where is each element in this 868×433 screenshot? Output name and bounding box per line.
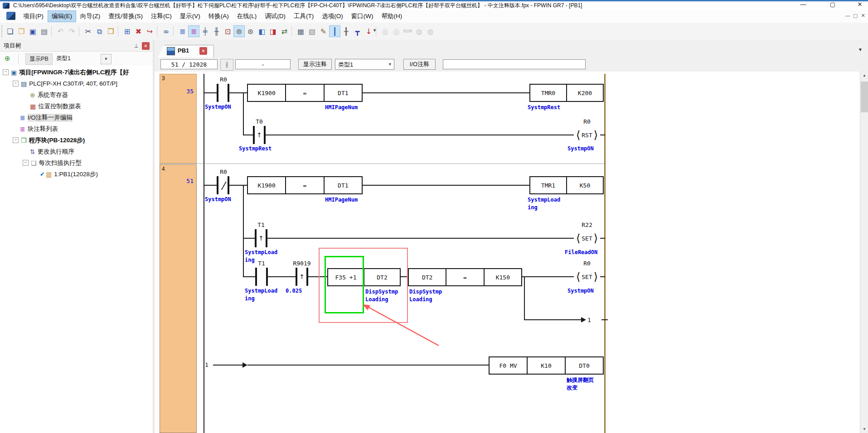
show-pb-button[interactable]: 显示PB bbox=[25, 53, 53, 65]
t-line-icon[interactable]: ┳ bbox=[352, 25, 363, 37]
menu-item-1[interactable]: 编辑(E) bbox=[48, 10, 76, 22]
tree-item-8[interactable]: −❏每次扫描执行型 bbox=[0, 157, 153, 168]
rung4-contact-r9019[interactable] bbox=[296, 268, 308, 286]
step-ladder-2-icon[interactable]: ╫ bbox=[211, 25, 222, 37]
scrollbar-thumb[interactable] bbox=[861, 82, 868, 112]
download-plc-icon[interactable]: ◨ bbox=[267, 25, 279, 37]
print-icon[interactable]: ▤ bbox=[39, 25, 50, 37]
redo-icon[interactable]: ↷ bbox=[66, 25, 78, 37]
tree-item-9[interactable]: ✔▥1:PB1(12028步) bbox=[0, 168, 153, 180]
upload-plc-icon[interactable]: ◧ bbox=[256, 25, 267, 37]
tree-item-3[interactable]: ▦位置控制数据表 bbox=[0, 101, 153, 112]
menu-item-5[interactable]: 显示(V) bbox=[176, 10, 204, 22]
tree-expander-icon[interactable]: − bbox=[23, 160, 29, 166]
tree-item-5[interactable]: ≣块注释列表 bbox=[0, 123, 153, 135]
new-file-icon[interactable]: ❏ bbox=[5, 25, 16, 37]
io-comment-button[interactable]: I/O注释 bbox=[403, 59, 436, 70]
rung4-compare2-block[interactable]: DT2 = K150 bbox=[408, 268, 522, 286]
menu-item-4[interactable]: 注释(C) bbox=[147, 10, 176, 22]
monitor-go-1-icon[interactable]: ◍ bbox=[413, 25, 425, 37]
close-button[interactable]: ✕ bbox=[853, 0, 867, 9]
comment-type-dropdown[interactable]: ▼ bbox=[101, 54, 112, 64]
delete-row-icon[interactable]: ✖ bbox=[133, 25, 144, 37]
rung3-contact-t0[interactable] bbox=[253, 126, 266, 144]
tree-item-4[interactable]: ≣I/O注释一并编辑 bbox=[0, 112, 153, 123]
rung3-contact-r0[interactable] bbox=[217, 84, 229, 102]
show-comment-button[interactable]: 显示注释 bbox=[298, 59, 332, 70]
device-monitor-icon[interactable]: ⊛ bbox=[245, 25, 256, 37]
scroll-down-icon[interactable]: ▼ bbox=[860, 425, 868, 433]
monitor-go-2-icon[interactable]: ◍ bbox=[425, 25, 436, 37]
tree-item-7[interactable]: ⇅更改执行顺序 bbox=[0, 146, 153, 157]
menu-item-9[interactable]: 工具(T) bbox=[290, 10, 318, 22]
status-display-icon[interactable]: ⊚ bbox=[233, 25, 245, 37]
vertical-line-icon[interactable]: ┃ bbox=[329, 25, 340, 37]
tree-item-6[interactable]: −❒程序块(PB-12028步) bbox=[0, 135, 153, 146]
rung4-compare-block[interactable]: K1900 = DT1 bbox=[247, 176, 363, 194]
cross-line-icon[interactable]: ╂ bbox=[340, 25, 352, 37]
pin-icon[interactable]: ⊥ bbox=[132, 42, 140, 50]
comment-type-select[interactable]: 类型1 ▼ bbox=[335, 59, 394, 70]
panel-close-button[interactable]: ✕ bbox=[142, 42, 150, 50]
step-ladder-1-icon[interactable]: ╪ bbox=[199, 25, 211, 37]
menu-item-0[interactable]: 项目(P) bbox=[19, 10, 48, 22]
jump-to-icon[interactable]: ↪ bbox=[144, 25, 155, 37]
tree-item-1[interactable]: −▤PLC[FP-XH C30T/P, 40T, 60T/P] bbox=[0, 78, 153, 89]
rung4-set-r0-coil[interactable]: SET bbox=[574, 268, 600, 285]
tree-expander-icon[interactable]: − bbox=[13, 137, 19, 143]
rung3-margin-cell[interactable]: 3 35 bbox=[160, 74, 197, 164]
monitor-toggle-icon[interactable]: ∦ bbox=[220, 59, 233, 71]
tab-close-button[interactable]: ✕ bbox=[199, 47, 207, 55]
find-prev-icon[interactable]: ◎ bbox=[379, 25, 391, 37]
tree-expander-icon[interactable]: − bbox=[13, 81, 19, 87]
mdi-close-icon[interactable]: ✕ bbox=[859, 13, 867, 19]
edit-grid-icon[interactable]: ✎ bbox=[318, 25, 329, 37]
rung4-set-r22-coil[interactable]: SET bbox=[574, 230, 600, 247]
menu-item-6[interactable]: 转换(A) bbox=[204, 10, 233, 22]
find-icon[interactable]: ∞ bbox=[160, 25, 172, 37]
open-folder-icon[interactable]: ❒ bbox=[16, 25, 27, 37]
comment-edit-field[interactable] bbox=[443, 59, 586, 69]
grid-1-icon[interactable]: ▦ bbox=[295, 25, 306, 37]
run-mode-icon[interactable]: RUN bbox=[402, 25, 413, 37]
rung4-move-block[interactable]: F0 MV K10 DT0 bbox=[489, 356, 604, 375]
insert-row-icon[interactable]: ⊞ bbox=[121, 25, 133, 37]
rung4-margin-cell[interactable]: 4 51 bbox=[160, 164, 197, 433]
mdi-restore-icon[interactable]: ▢ bbox=[852, 13, 859, 19]
menu-item-2[interactable]: 向导(Z) bbox=[76, 10, 104, 22]
copy-icon[interactable]: ⧉ bbox=[94, 25, 105, 37]
save-icon[interactable]: ▣ bbox=[27, 25, 39, 37]
comment-list-icon[interactable]: ≣ bbox=[188, 25, 199, 37]
find-next-icon[interactable]: ◎ bbox=[391, 25, 402, 37]
add-item-icon[interactable]: ⊕ bbox=[5, 54, 10, 63]
io-comment-edit-icon[interactable]: ≣ bbox=[177, 25, 188, 37]
undo-icon[interactable]: ↶ bbox=[55, 25, 66, 37]
rung3-timer-block[interactable]: TMR0 K200 bbox=[529, 84, 604, 102]
menu-item-11[interactable]: 窗口(W) bbox=[347, 10, 378, 22]
minimize-button[interactable]: — bbox=[796, 0, 810, 9]
device-value-field[interactable]: - bbox=[235, 59, 291, 69]
tree-item-0[interactable]: −▣项目[FPWINGR-7读出右侧PLC程序【好 bbox=[0, 67, 153, 78]
vertical-scrollbar[interactable]: ▲ ▼ bbox=[860, 72, 868, 433]
rung3-rst-coil[interactable]: RST bbox=[574, 126, 600, 144]
rung4-contact-t1-plain[interactable] bbox=[255, 268, 268, 286]
rung4-timer-block[interactable]: TMR1 K50 bbox=[529, 176, 604, 194]
cut-icon[interactable]: ✂ bbox=[82, 25, 94, 37]
step-position-field[interactable]: 51 / 12028 bbox=[160, 59, 218, 69]
menu-item-3[interactable]: 查找/替换(S) bbox=[104, 10, 147, 22]
verify-icon[interactable]: ⇄ bbox=[279, 25, 290, 37]
monitor-registration-icon[interactable]: ⊡ bbox=[222, 25, 233, 37]
maximize-button[interactable]: ▢ bbox=[826, 0, 839, 9]
menu-item-7[interactable]: 在线(L) bbox=[233, 10, 261, 22]
rung3-compare-block[interactable]: K1900 = DT1 bbox=[247, 84, 363, 102]
tree-item-2[interactable]: ⊛系统寄存器 bbox=[0, 89, 153, 101]
tree-expander-icon[interactable]: − bbox=[3, 69, 9, 75]
menu-item-10[interactable]: 选项(O) bbox=[318, 10, 347, 22]
grid-2-icon[interactable]: ▧ bbox=[306, 25, 318, 37]
scroll-up-icon[interactable]: ▲ bbox=[860, 72, 868, 79]
menu-item-8[interactable]: 调试(D) bbox=[261, 10, 290, 22]
mdi-minimize-icon[interactable]: — bbox=[844, 13, 851, 18]
paste-icon[interactable]: ❐ bbox=[105, 25, 116, 37]
toolbar-overflow-icon[interactable]: ▼ bbox=[373, 28, 377, 33]
menu-item-12[interactable]: 帮助(H) bbox=[377, 10, 406, 22]
